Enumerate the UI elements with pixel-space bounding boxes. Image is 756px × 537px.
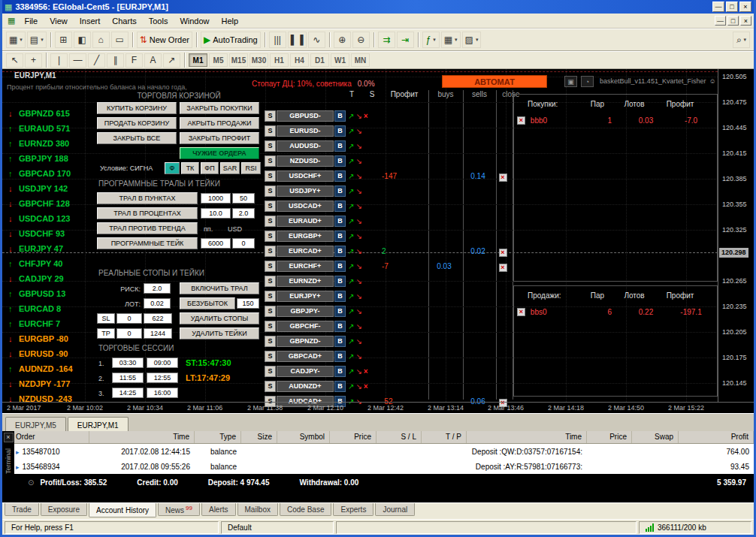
sell-gbpusd--button[interactable]: S bbox=[265, 110, 276, 122]
buy-gbpcad+-button[interactable]: B bbox=[334, 351, 346, 362]
trail-points-value-1[interactable] bbox=[201, 193, 231, 204]
pair-ranking-item[interactable]: ↓CADJPY 29 bbox=[8, 272, 64, 285]
menu-charts[interactable]: Charts bbox=[106, 15, 142, 27]
lot-input[interactable] bbox=[144, 298, 171, 309]
pair-ranking-item[interactable]: ↑CHFJPY 40 bbox=[8, 257, 63, 270]
pair-ranking-item[interactable]: ↓EURUSD -90 bbox=[8, 347, 68, 361]
sell-eurnzd+-button[interactable]: S bbox=[265, 276, 276, 287]
terminal-toggle-button[interactable]: ▭ bbox=[111, 32, 129, 48]
sell-euraud+-button[interactable]: S bbox=[265, 216, 276, 227]
restore-button[interactable]: □ bbox=[726, 2, 738, 12]
terminal-tab-trade[interactable]: Trade bbox=[5, 503, 39, 516]
buy-eurusd--button[interactable]: B bbox=[334, 125, 346, 137]
terminal-column-header[interactable]: Size bbox=[241, 431, 277, 443]
risk-input[interactable] bbox=[144, 283, 171, 294]
timeframe-d1-button[interactable]: D1 bbox=[310, 53, 329, 67]
terminal-tab-alerts[interactable]: Alerts bbox=[201, 503, 236, 516]
menu-view[interactable]: View bbox=[44, 15, 74, 27]
horizontal-line-button[interactable]: — bbox=[69, 53, 86, 68]
status-profile[interactable]: Default bbox=[221, 521, 334, 534]
buy-gbpusd--button[interactable]: B bbox=[334, 110, 346, 122]
buy-eurgbp+-button[interactable]: B bbox=[334, 231, 346, 242]
foreign-orders-button[interactable]: ЧУЖИЕ ОРДЕРА bbox=[180, 147, 259, 159]
sell-eurgbp+-button[interactable]: S bbox=[265, 231, 276, 242]
program-take-value-2[interactable] bbox=[232, 238, 255, 249]
close-button[interactable]: × bbox=[739, 2, 751, 12]
zoom-in-button[interactable]: ⊕ bbox=[334, 32, 351, 48]
terminal-tab-experts[interactable]: Experts bbox=[333, 503, 373, 516]
chart-tab-eurjpy-m1[interactable]: EURJPY,M1 bbox=[68, 417, 129, 431]
timeframe-m1-button[interactable]: M1 bbox=[189, 53, 207, 67]
vertical-line-button[interactable]: | bbox=[50, 53, 68, 68]
close-bbb0-button[interactable]: × bbox=[517, 116, 525, 125]
buy-audnzd+-button[interactable]: B bbox=[334, 381, 346, 392]
pair-ranking-item[interactable]: ↓GBPCHF 128 bbox=[8, 197, 70, 210]
sell-gbpnzd--button[interactable]: S bbox=[265, 336, 276, 347]
chart-tab-eurjpy-m5[interactable]: EURJPY,M5 bbox=[5, 417, 66, 431]
breakeven-input[interactable] bbox=[237, 298, 259, 309]
condition-fp-button[interactable]: ФП bbox=[201, 162, 219, 174]
terminal-tab-code-base[interactable]: Code Base bbox=[280, 503, 331, 516]
panel-icon-button-1[interactable]: ▣ bbox=[564, 76, 577, 87]
buy-eurcad+-button[interactable]: B bbox=[334, 246, 346, 257]
buy-usdcad+-button[interactable]: B bbox=[334, 201, 346, 212]
sell-cadjpy--button[interactable]: S bbox=[265, 366, 276, 377]
buy-gbpchf--button[interactable]: B bbox=[334, 321, 346, 332]
condition-sar-button[interactable]: SAR bbox=[220, 162, 240, 174]
timeframe-m5-button[interactable]: M5 bbox=[209, 53, 228, 67]
trendline-button[interactable]: ╱ bbox=[88, 53, 105, 68]
sell-audnzd+-button[interactable]: S bbox=[265, 381, 276, 392]
periods-button[interactable]: ▦▾ bbox=[441, 32, 461, 48]
trail-percent-button[interactable]: ТРАЛ В ПРОЦЕНТАХ bbox=[97, 207, 198, 219]
new-chart-button[interactable]: ▦▾ bbox=[6, 32, 26, 48]
time-axis[interactable]: 2 Mar 20172 Mar 10:022 Mar 10:342 Mar 11… bbox=[2, 402, 754, 413]
terminal-column-header[interactable]: Order bbox=[14, 431, 89, 443]
pair-ranking-item[interactable]: ↓EURGBP -80 bbox=[8, 332, 68, 345]
trail-percent-value-2[interactable] bbox=[232, 208, 255, 219]
sell-gbpcad+-button[interactable]: S bbox=[265, 351, 276, 362]
chart-shift-button[interactable]: ⇥ bbox=[397, 32, 414, 48]
timeframe-h1-button[interactable]: H1 bbox=[270, 53, 289, 67]
terminal-tab-news[interactable]: News99 bbox=[158, 503, 200, 516]
close-position-button[interactable]: × bbox=[499, 173, 507, 182]
terminal-column-header[interactable]: Price bbox=[330, 431, 376, 443]
trail-counter-trend-button[interactable]: ТРАЛ ПРОТИВ ТРЕНДА bbox=[97, 222, 198, 234]
timeframe-m30-button[interactable]: M30 bbox=[249, 53, 268, 67]
condition-f-button[interactable]: Ф bbox=[165, 162, 180, 174]
sell-usdcad+-button[interactable]: S bbox=[265, 201, 276, 212]
timeframe-h4-button[interactable]: H4 bbox=[290, 53, 309, 67]
crosshair-button[interactable]: + bbox=[25, 53, 42, 68]
terminal-tab-journal[interactable]: Journal bbox=[375, 503, 415, 516]
program-take-button[interactable]: ПРОГРАММНЫЕ ТЕЙК bbox=[97, 237, 198, 249]
buy-nzdusd--button[interactable]: B bbox=[334, 155, 346, 167]
sell-gbpjpy--button[interactable]: S bbox=[265, 306, 276, 317]
buy-eurchf+-button[interactable]: B bbox=[334, 261, 346, 272]
trail-points-button[interactable]: ТРАЛ В ПУНКТАХ bbox=[97, 192, 198, 204]
timeframe-mn-button[interactable]: MN bbox=[351, 53, 370, 67]
arrows-tool-button[interactable]: ↗ bbox=[163, 53, 180, 68]
terminal-column-header[interactable]: T / P bbox=[422, 431, 467, 443]
menu-window[interactable]: Window bbox=[174, 15, 215, 27]
sell-basket-button[interactable]: ПРОДАТЬ КОРЗИНУ bbox=[97, 117, 177, 129]
timeframe-w1-button[interactable]: W1 bbox=[331, 53, 349, 67]
profiles-button[interactable]: ▤▾ bbox=[27, 32, 47, 48]
minimize-button[interactable]: — bbox=[712, 2, 724, 12]
terminal-column-header[interactable]: Price bbox=[587, 431, 632, 443]
condition-tk-button[interactable]: ТК bbox=[181, 162, 199, 174]
terminal-tab-exposure[interactable]: Exposure bbox=[41, 503, 87, 516]
terminal-column-header[interactable]: S / L bbox=[376, 431, 422, 443]
fibonacci-retracement-button[interactable]: F bbox=[125, 53, 143, 68]
search-button[interactable]: ⌕▾ bbox=[733, 32, 750, 48]
automat-button[interactable]: АВТОМАТ bbox=[442, 75, 547, 88]
menu-tools[interactable]: Tools bbox=[143, 15, 174, 27]
new-order-button[interactable]: ⇅New Order bbox=[137, 32, 192, 48]
child-restore-button[interactable]: □ bbox=[727, 16, 739, 26]
buy-eurjpy+-button[interactable]: B bbox=[334, 291, 346, 302]
terminal-tab-account-history[interactable]: Account History bbox=[89, 503, 156, 517]
terminal-column-header[interactable]: Profit bbox=[679, 431, 754, 443]
auto-scroll-button[interactable]: ⇉ bbox=[378, 32, 395, 48]
terminal-column-header[interactable]: Swap bbox=[632, 431, 679, 443]
bar-chart-button[interactable]: ||| bbox=[269, 32, 286, 48]
terminal-close-button[interactable]: × bbox=[4, 433, 14, 442]
pair-ranking-item[interactable]: ↑EURAUD 571 bbox=[8, 122, 70, 135]
